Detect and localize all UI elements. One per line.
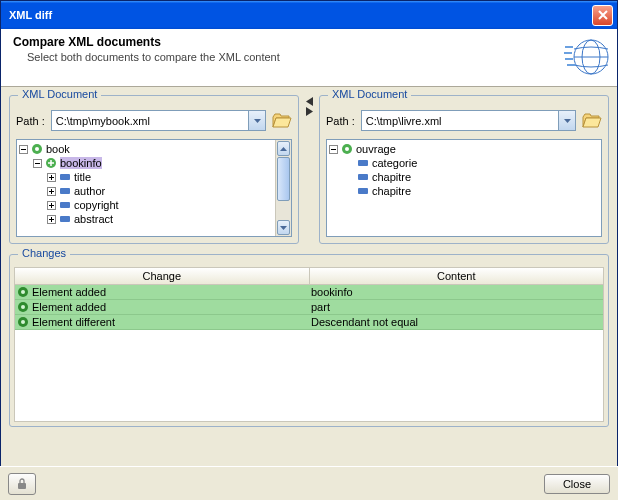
expand-icon[interactable] [47,173,56,182]
svg-rect-25 [60,216,70,222]
window-title: XML diff [5,9,592,21]
window-close-button[interactable] [592,5,613,26]
left-path-combo[interactable] [51,110,266,131]
cell-content: part [311,301,330,313]
changes-table: Change Content Element added bookinfo El… [14,267,604,422]
folder-open-icon[interactable] [272,112,292,130]
element-icon [59,199,71,211]
globe-icon [563,33,611,81]
splitter[interactable] [301,95,317,244]
scrollbar[interactable] [275,140,291,236]
svg-rect-17 [60,188,70,194]
svg-point-34 [21,290,25,294]
lock-icon [17,478,27,490]
right-document-panel: XML Document Path : ouvrage categorie ch… [319,95,609,244]
chevron-down-icon [564,119,571,123]
column-header-change[interactable]: Change [15,268,310,284]
table-row[interactable]: Element different Descendant not equal [15,315,603,330]
cell-change: Element added [32,286,106,298]
element-icon [357,185,369,197]
cell-change: Element added [32,301,106,313]
diff-icon [17,301,29,313]
svg-rect-30 [358,160,368,166]
expand-icon[interactable] [47,215,56,224]
tree-node-label: ouvrage [356,143,396,155]
element-icon [357,157,369,169]
left-tree[interactable]: book bookinfo title author copyright abs… [16,139,292,237]
title-bar: XML diff [1,1,617,29]
tree-node-label: author [74,185,105,197]
element-icon [59,185,71,197]
svg-point-36 [21,305,25,309]
right-path-combo[interactable] [361,110,576,131]
right-path-dropdown[interactable] [558,111,575,130]
left-path-input[interactable] [52,111,248,130]
header: Compare XML documents Select both docume… [1,29,617,87]
lock-button[interactable] [8,473,36,495]
svg-point-38 [21,320,25,324]
svg-rect-39 [18,483,26,489]
header-title: Compare XML documents [13,35,605,49]
diff-icon [17,286,29,298]
cell-content: Descendant not equal [311,316,418,328]
svg-rect-31 [358,174,368,180]
expand-icon[interactable] [47,187,56,196]
changes-legend: Changes [18,247,70,259]
element-icon [59,213,71,225]
added-icon [45,157,57,169]
tree-node-label: categorie [372,157,417,169]
left-document-panel: XML Document Path : book bookinfo title … [9,95,299,244]
svg-rect-21 [60,202,70,208]
right-tree[interactable]: ouvrage categorie chapitre chapitre [326,139,602,237]
table-row[interactable]: Element added bookinfo [15,285,603,300]
folder-open-icon[interactable] [582,112,602,130]
element-icon [357,171,369,183]
svg-rect-32 [358,188,368,194]
cell-content: bookinfo [311,286,353,298]
diff-icon [31,143,43,155]
diff-icon [17,316,29,328]
column-header-content[interactable]: Content [310,268,604,284]
changes-panel: Changes Change Content Element added boo… [9,254,609,427]
element-icon [59,171,71,183]
collapse-icon[interactable] [19,145,28,154]
close-icon [598,10,608,20]
tree-node-label: chapitre [372,185,411,197]
tree-node-label: copyright [74,199,119,211]
collapse-icon[interactable] [33,159,42,168]
left-path-label: Path : [16,115,45,127]
svg-point-29 [345,147,349,151]
collapse-icon[interactable] [329,145,338,154]
scroll-thumb[interactable] [277,157,290,201]
scroll-up-button[interactable] [277,141,290,156]
chevron-down-icon [254,119,261,123]
arrow-left-icon[interactable] [306,97,313,106]
tree-node-label: chapitre [372,171,411,183]
tree-node-label: bookinfo [60,157,102,169]
left-path-dropdown[interactable] [248,111,265,130]
diff-icon [341,143,353,155]
right-path-input[interactable] [362,111,558,130]
cell-change: Element different [32,316,115,328]
scroll-down-button[interactable] [277,220,290,235]
right-legend: XML Document [328,88,411,100]
svg-rect-13 [60,174,70,180]
tree-node-label: title [74,171,91,183]
tree-node-label: abstract [74,213,113,225]
left-legend: XML Document [18,88,101,100]
svg-point-6 [35,147,39,151]
arrow-right-icon[interactable] [306,107,313,116]
right-path-label: Path : [326,115,355,127]
tree-node-label: book [46,143,70,155]
footer: Close [0,466,618,500]
close-button[interactable]: Close [544,474,610,494]
expand-icon[interactable] [47,201,56,210]
header-subtitle: Select both documents to compare the XML… [27,51,605,63]
table-row[interactable]: Element added part [15,300,603,315]
